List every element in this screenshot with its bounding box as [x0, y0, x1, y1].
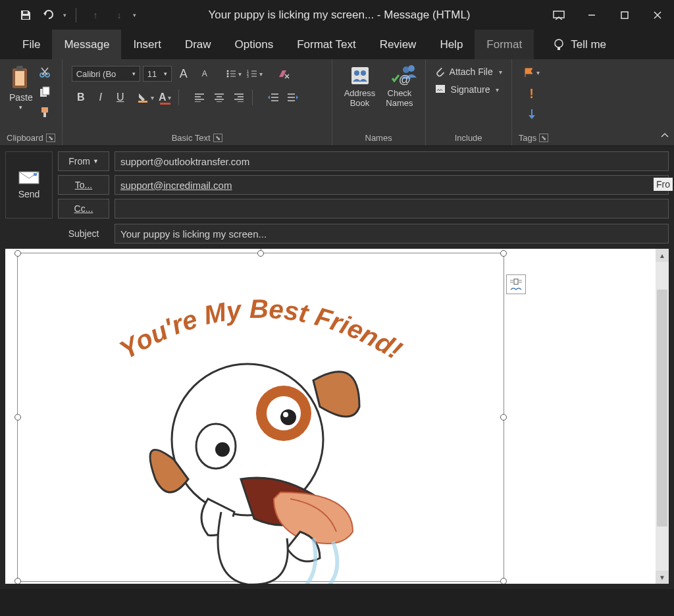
signature-button[interactable]: Signature — [432, 83, 502, 96]
low-importance-icon[interactable] — [524, 107, 540, 122]
shrink-font-icon[interactable]: A — [195, 64, 214, 83]
to-button[interactable]: To... — [58, 175, 109, 195]
collapse-ribbon-icon[interactable] — [660, 130, 670, 143]
font-size-dropdown[interactable]: 11▾ — [143, 66, 172, 82]
body-scrollbar[interactable]: ▲ ▼ — [656, 249, 669, 584]
layout-options-icon[interactable] — [506, 274, 526, 294]
tab-help[interactable]: Help — [428, 30, 475, 59]
group-names-label: Names — [365, 133, 392, 143]
maximize-icon[interactable] — [608, 0, 641, 30]
window-controls — [542, 0, 674, 30]
tell-me-button[interactable]: Tell me — [540, 30, 618, 59]
handle-bot-right[interactable] — [500, 578, 507, 584]
to-field[interactable]: support@incredimail.com — [115, 175, 669, 195]
to-value: support@incredimail.com — [120, 180, 232, 191]
tab-message[interactable]: Message — [52, 30, 121, 59]
next-icon[interactable]: ↓ — [109, 5, 129, 25]
high-importance-icon[interactable]: ! — [524, 86, 540, 101]
tab-format[interactable]: Format — [475, 30, 534, 59]
image-selection-box[interactable]: You're My Best Friend! — [17, 253, 504, 582]
svg-rect-10 — [15, 71, 24, 86]
check-names-label: Check Names — [386, 88, 413, 108]
lightbulb-icon — [552, 38, 565, 51]
subject-field[interactable]: Your puppy is licking my screen... — [115, 224, 669, 244]
increase-indent-icon[interactable] — [284, 88, 302, 107]
check-names-icon: @ — [388, 64, 411, 87]
follow-up-flag-icon[interactable] — [524, 64, 540, 80]
svg-rect-56 — [436, 85, 445, 93]
format-painter-icon[interactable] — [37, 104, 53, 120]
handle-top-mid[interactable] — [257, 250, 264, 257]
handle-mid-right[interactable] — [500, 414, 507, 421]
send-button[interactable]: Send — [5, 151, 53, 218]
signature-label: Signature — [451, 84, 490, 95]
ribbon-options-icon[interactable] — [542, 0, 575, 30]
tab-file[interactable]: File — [11, 30, 52, 59]
svg-point-70 — [283, 412, 288, 417]
address-book-label: Address Book — [344, 88, 376, 108]
attach-file-button[interactable]: Attach File — [432, 64, 505, 79]
from-field[interactable]: support@outlooktransfer.com — [115, 151, 669, 171]
font-color-icon[interactable]: A — [156, 88, 174, 107]
address-book-button[interactable]: Address Book — [339, 62, 381, 111]
svg-rect-0 — [23, 11, 28, 14]
svg-rect-19 — [43, 113, 46, 117]
undo-icon[interactable] — [39, 5, 59, 25]
bold-button[interactable]: B — [72, 88, 90, 107]
tab-review[interactable]: Review — [368, 30, 428, 59]
grow-font-icon[interactable]: A — [174, 64, 193, 83]
clear-format-icon[interactable] — [274, 64, 293, 83]
paste-button[interactable]: Paste ▾ — [7, 62, 36, 113]
highlight-icon[interactable] — [136, 88, 155, 107]
svg-rect-1 — [22, 16, 29, 19]
to-btn-label: To... — [75, 180, 92, 190]
handle-bot-left[interactable] — [14, 578, 21, 584]
tab-format-text[interactable]: Format Text — [285, 30, 367, 59]
tell-me-label: Tell me — [571, 38, 606, 51]
copy-icon[interactable] — [37, 84, 53, 100]
prev-icon[interactable]: ↑ — [86, 5, 105, 25]
tab-draw[interactable]: Draw — [173, 30, 223, 59]
handle-top-right[interactable] — [500, 250, 507, 257]
italic-button[interactable]: I — [91, 88, 110, 107]
minimize-icon[interactable] — [575, 0, 608, 30]
handle-top-left[interactable] — [14, 250, 21, 257]
cc-button[interactable]: Cc... — [58, 199, 109, 218]
svg-point-52 — [354, 70, 359, 76]
svg-text:You're My Best Friend!: You're My Best Friend! — [115, 294, 407, 365]
from-button[interactable]: From ▼ — [58, 151, 109, 171]
svg-point-20 — [226, 70, 228, 72]
svg-rect-60 — [514, 279, 518, 284]
group-basic-text-label: Basic Text — [172, 133, 211, 143]
bullets-icon[interactable] — [224, 64, 243, 83]
basic-text-launcher-icon[interactable]: ⬊ — [213, 134, 222, 142]
font-name-dropdown[interactable]: Calibri (Bo▾ — [72, 66, 140, 82]
address-book-icon — [349, 64, 371, 87]
handle-mid-left[interactable] — [14, 414, 21, 421]
tab-options[interactable]: Options — [223, 30, 286, 59]
group-tags: ! Tags ⬊ — [512, 59, 555, 145]
clipboard-launcher-icon[interactable]: ⬊ — [46, 134, 55, 142]
check-names-button[interactable]: @ Check Names — [380, 62, 418, 111]
align-right-icon[interactable] — [230, 88, 248, 107]
scroll-down-icon[interactable]: ▼ — [656, 571, 669, 584]
svg-rect-8 — [557, 47, 560, 50]
numbering-icon[interactable]: 123 — [246, 64, 264, 83]
cc-field[interactable] — [115, 199, 669, 218]
paste-label: Paste — [9, 92, 33, 103]
message-canvas[interactable]: You're My Best Friend! — [5, 249, 669, 584]
scroll-thumb[interactable] — [657, 290, 667, 526]
align-center-icon[interactable] — [210, 88, 228, 107]
align-left-icon[interactable] — [190, 88, 209, 107]
tags-launcher-icon[interactable]: ⬊ — [539, 134, 548, 142]
cut-icon[interactable] — [37, 64, 53, 80]
scroll-up-icon[interactable]: ▲ — [656, 249, 669, 262]
decrease-indent-icon[interactable] — [264, 88, 282, 107]
tab-insert[interactable]: Insert — [121, 30, 173, 59]
puppy-image: You're My Best Friend! — [76, 275, 445, 584]
save-icon[interactable] — [16, 5, 36, 25]
subject-value: Your puppy is licking my screen... — [120, 228, 267, 240]
titlebar: ▾ ↑ ↓ ▾ Your puppy is licking my screen.… — [0, 0, 674, 30]
underline-button[interactable]: U — [111, 88, 130, 107]
close-icon[interactable] — [641, 0, 674, 30]
